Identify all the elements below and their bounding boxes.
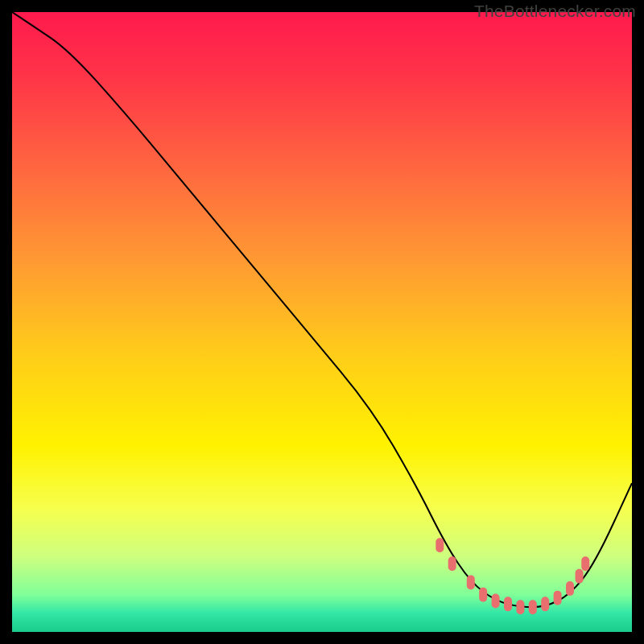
marker-dot [436,538,444,552]
plot-area [12,12,632,632]
chart-svg [12,12,632,632]
marker-dot [581,556,589,571]
marker-dot [504,597,512,611]
marker-dot [479,588,487,602]
chart-container: TheBottlenecker.com [0,0,644,644]
watermark-text: TheBottlenecker.com [474,2,636,21]
marker-dot [554,591,562,605]
marker-dot [448,556,456,571]
gradient-bg [12,12,632,632]
marker-dot [541,597,549,611]
marker-dot [516,600,524,614]
marker-dot [492,594,500,609]
marker-dot [529,600,537,614]
marker-dot [576,569,584,584]
marker-dot [467,575,475,589]
marker-dot [566,581,574,596]
